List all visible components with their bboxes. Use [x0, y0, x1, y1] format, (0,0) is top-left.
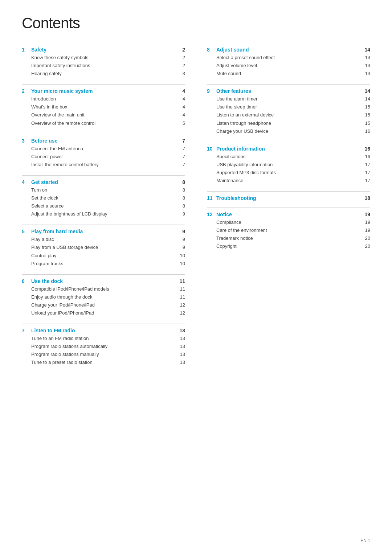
section-divider: [22, 175, 185, 176]
sub-item-label: Use the sleep timer: [216, 103, 257, 111]
toc-sub-row: Compliance19: [207, 218, 370, 226]
toc-sub-row: Select a source8: [22, 202, 185, 210]
sub-item-page: 13: [178, 350, 185, 358]
toc-heading-row: 1Safety2: [22, 47, 185, 53]
sub-item-page: 17: [363, 177, 370, 185]
section-number: 1: [22, 47, 28, 53]
sub-item-label: Install the remote control battery: [31, 161, 99, 169]
section-divider: [22, 43, 185, 43]
sub-item-label: Hearing safety: [31, 70, 62, 78]
sub-item-label: Enjoy audio through the dock: [31, 293, 92, 301]
section-divider: [22, 225, 185, 225]
sub-item-label: Turn on: [31, 186, 47, 194]
toc-section: 10Product information16Specifications16U…: [207, 142, 370, 185]
section-number: 3: [22, 138, 28, 144]
sub-item-page: 17: [363, 161, 370, 169]
toc-sub-row: Overview of the main unit4: [22, 111, 185, 119]
toc-sub-row: Copyright20: [207, 242, 370, 250]
toc-sub-row: Adjust the brightness of LCD display9: [22, 210, 185, 218]
toc-section: 9Other features14Use the alarm timer14Us…: [207, 84, 370, 135]
sub-item-page: 11: [178, 293, 185, 301]
toc-heading: 12Notice: [207, 212, 232, 217]
section-divider: [22, 324, 185, 324]
toc-sub-row: Use the alarm timer14: [207, 95, 370, 103]
sub-item-page: 12: [178, 309, 185, 317]
toc-heading-row: 5Play from hard media9: [22, 229, 185, 234]
toc-container: 1Safety2Know these safety symbols2Import…: [22, 43, 370, 373]
section-title: Safety: [31, 47, 46, 53]
toc-sub-row: Care of the environment19: [207, 226, 370, 234]
toc-heading: 2Your micro music system: [22, 88, 93, 94]
section-number: 5: [22, 229, 28, 234]
toc-sub-row: Introduction4: [22, 95, 185, 103]
sub-item-page: 8: [178, 202, 185, 210]
toc-heading: 6Use the dock: [22, 278, 63, 284]
sub-item-label: USB playability information: [216, 161, 273, 169]
toc-sub-row: Program radio stations manually13: [22, 350, 185, 358]
toc-sub-row: Listen to an external device15: [207, 111, 370, 119]
section-page: 13: [178, 328, 185, 333]
section-number: 7: [22, 328, 28, 333]
sub-item-label: What's in the box: [31, 103, 67, 111]
toc-sub-row: Maintenance17: [207, 177, 370, 185]
section-title: Other features: [216, 88, 251, 94]
toc-sub-row: Program tracks10: [22, 260, 185, 268]
left-column: 1Safety2Know these safety symbols2Import…: [22, 43, 185, 373]
toc-heading-row: 8Adjust sound14: [207, 47, 370, 53]
sub-item-page: 15: [363, 119, 370, 127]
toc-sub-row: Unload your iPod/iPhone/iPad12: [22, 309, 185, 317]
section-title: Adjust sound: [216, 47, 249, 53]
sub-item-label: Mute sound: [216, 70, 241, 78]
sub-item-label: Program tracks: [31, 260, 63, 268]
toc-sub-row: What's in the box4: [22, 103, 185, 111]
sub-item-page: 15: [363, 103, 370, 111]
sub-item-label: Listen to an external device: [216, 111, 274, 119]
sub-item-label: Copyright: [216, 242, 237, 250]
sub-item-page: 11: [178, 285, 185, 293]
section-divider: [207, 142, 370, 142]
toc-sub-row: Connect the FM antenna7: [22, 145, 185, 153]
section-title: Use the dock: [31, 278, 63, 284]
toc-heading-row: 7Listen to FM radio13: [22, 328, 185, 333]
sub-item-label: Charge your iPod/iPhone/iPad: [31, 301, 95, 309]
toc-heading-row: 11Troubleshooting18: [207, 195, 370, 201]
section-page: 19: [363, 212, 370, 217]
sub-item-page: 2: [178, 54, 185, 62]
section-page: 7: [178, 138, 185, 144]
toc-heading: 1Safety: [22, 47, 46, 53]
sub-item-label: Connect power: [31, 153, 63, 161]
sub-item-page: 4: [178, 111, 185, 119]
toc-sub-row: Select a preset sound effect14: [207, 54, 370, 62]
toc-sub-row: Know these safety symbols2: [22, 54, 185, 62]
section-number: 6: [22, 278, 28, 284]
sub-item-label: Specifications: [216, 153, 245, 161]
toc-sub-row: Charge your iPod/iPhone/iPad12: [22, 301, 185, 309]
sub-item-page: 15: [363, 111, 370, 119]
section-page: 4: [178, 88, 185, 94]
section-page: 11: [178, 278, 185, 284]
toc-heading-row: 2Your micro music system4: [22, 88, 185, 94]
toc-sub-row: Install the remote control battery7: [22, 161, 185, 169]
toc-section: 12Notice19Compliance19Care of the enviro…: [207, 208, 370, 250]
toc-heading: 5Play from hard media: [22, 229, 83, 234]
sub-item-page: 8: [178, 186, 185, 194]
sub-item-label: Overview of the remote control: [31, 119, 95, 127]
toc-sub-row: Tune to an FM radio station13: [22, 335, 185, 342]
sub-item-label: Unload your iPod/iPhone/iPad: [31, 309, 94, 317]
section-number: 8: [207, 47, 213, 53]
section-divider: [207, 84, 370, 85]
sub-item-page: 3: [178, 70, 185, 78]
section-title: Product information: [216, 146, 265, 152]
sub-item-page: 13: [178, 358, 185, 366]
section-divider: [207, 43, 370, 43]
toc-heading-row: 12Notice19: [207, 212, 370, 217]
sub-item-label: Play a disc: [31, 235, 54, 243]
footer: EN 1: [360, 538, 370, 543]
toc-sub-row: Program radio stations automatically13: [22, 342, 185, 350]
sub-item-page: 19: [363, 226, 370, 234]
sub-item-page: 13: [178, 342, 185, 350]
sub-item-label: Maintenance: [216, 177, 243, 185]
sub-item-label: Use the alarm timer: [216, 95, 257, 103]
toc-section: 3Before use7Connect the FM antenna7Conne…: [22, 134, 185, 169]
sub-item-label: Play from a USB storage device: [31, 243, 98, 251]
